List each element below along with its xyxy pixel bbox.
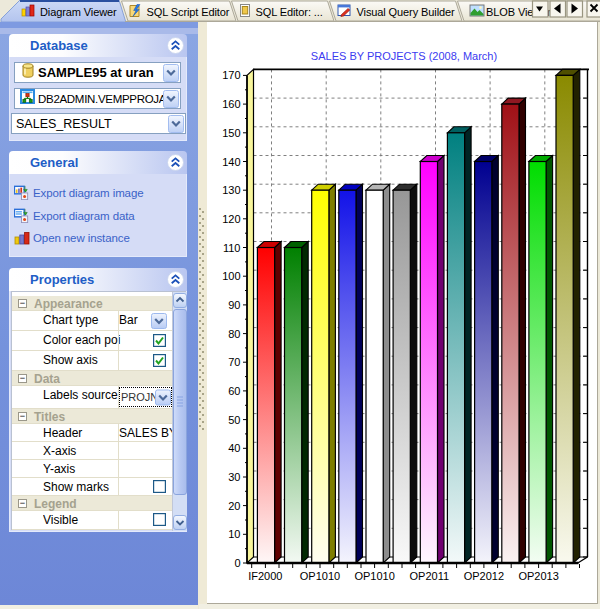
svg-text:OP2011: OP2011 <box>410 570 450 582</box>
svg-text:OP1010: OP1010 <box>354 570 394 582</box>
svg-text:OP2012: OP2012 <box>464 570 504 582</box>
svg-text:100: 100 <box>222 270 240 282</box>
svg-text:Visual Query Builder: Visual Query Builder <box>357 6 456 18</box>
svg-text:0: 0 <box>234 557 240 569</box>
svg-text:160: 160 <box>222 98 240 110</box>
svg-text:50: 50 <box>228 414 240 426</box>
svg-text:170: 170 <box>222 69 240 81</box>
svg-text:110: 110 <box>223 242 241 254</box>
svg-text:120: 120 <box>222 213 240 225</box>
svg-text:40: 40 <box>228 442 240 454</box>
svg-text:90: 90 <box>228 299 240 311</box>
svg-text:30: 30 <box>228 471 240 483</box>
svg-text:10: 10 <box>228 528 240 540</box>
svg-text:20: 20 <box>228 500 240 512</box>
svg-text:OP1010: OP1010 <box>300 570 340 582</box>
svg-text:IF2000: IF2000 <box>248 570 282 582</box>
svg-text:80: 80 <box>228 328 240 340</box>
svg-text:140: 140 <box>222 156 240 168</box>
svg-text:130: 130 <box>222 184 240 196</box>
svg-text:Diagram Viewer: Diagram Viewer <box>40 6 117 18</box>
svg-text:60: 60 <box>228 385 240 397</box>
svg-text:OP2013: OP2013 <box>518 570 558 582</box>
svg-text:SQL Script Editor: SQL Script Editor <box>147 6 230 18</box>
svg-text:150: 150 <box>222 127 240 139</box>
svg-text:SALES BY PROJECTS (2008, March: SALES BY PROJECTS (2008, March) <box>311 50 497 62</box>
svg-text:70: 70 <box>228 356 240 368</box>
svg-text:SQL Editor: ...: SQL Editor: ... <box>256 6 323 18</box>
